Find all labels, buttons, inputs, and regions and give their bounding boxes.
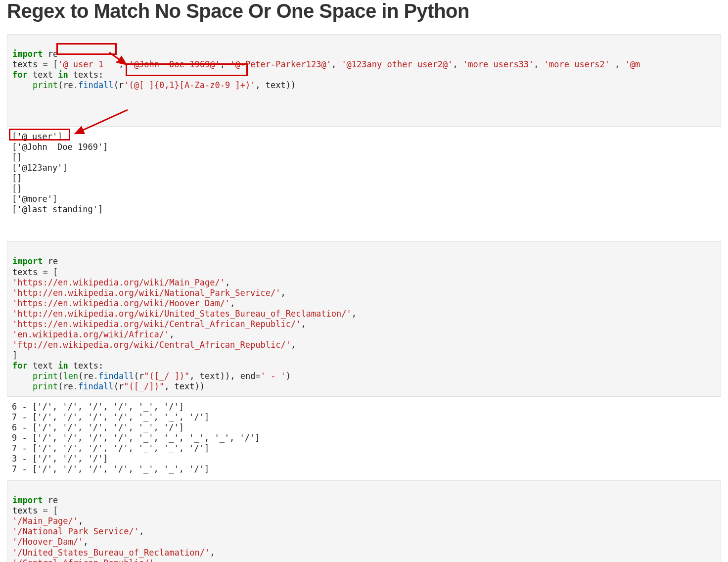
string-literal: 'https://en.wikipedia.org/wiki/Hoover_Da…	[12, 298, 230, 308]
output-text: ['@ user'] ['@John Doe 1969'] [] ['@123a…	[12, 132, 108, 215]
comma: ,	[230, 298, 235, 308]
fn-findall: findall	[78, 381, 114, 391]
regex-string: "([_/])"	[124, 381, 164, 391]
var-texts: texts	[12, 59, 43, 69]
string-literal: 'ftp://en.wikipedia.org/wiki/Central_Afr…	[12, 340, 291, 350]
string-literal: 'more users2'	[544, 59, 610, 69]
var-text: text	[28, 70, 58, 80]
paren: (r	[114, 80, 124, 90]
comma: ,	[610, 59, 625, 69]
regex-string: '(@[ ]{0,1}[A-Za-z0-9 ]+)'	[124, 80, 255, 90]
fn-findall: findall	[98, 371, 134, 381]
keyword-in: in	[58, 361, 68, 371]
output-block-2: 6 - ['/', '/', '/', '/', '_', '/'] 7 - […	[7, 399, 721, 481]
paren: (re	[58, 80, 73, 90]
comma: ,	[534, 59, 544, 69]
builtin-print: print	[33, 381, 58, 391]
string-literal: '@ user_1 '	[58, 59, 119, 69]
paren: , text))	[255, 80, 296, 90]
bracket: [	[48, 267, 58, 277]
string-literal: 'https://en.wikipedia.org/wiki/Central_A…	[12, 319, 301, 329]
fn-findall: findall	[78, 80, 114, 90]
string-literal: ' - '	[261, 371, 286, 381]
string-literal: 'more users33'	[463, 59, 534, 69]
module-re: re	[43, 49, 58, 59]
op-eq: =	[43, 59, 47, 69]
paren: (re	[78, 371, 93, 381]
comma: ,	[225, 278, 230, 287]
annotation-box-input	[56, 43, 117, 55]
output-block-1: ['@ user'] ['@John Doe 1969'] [] ['@123a…	[7, 129, 721, 242]
comma: ,	[331, 59, 341, 69]
keyword-for: for	[12, 361, 28, 371]
comma: ,	[78, 516, 83, 526]
string-literal: '/Central_African_Republic/'	[12, 558, 154, 562]
var-texts: texts	[12, 506, 43, 515]
var-text: text	[28, 361, 58, 371]
string-literal: '/United_States_Bureau_of_Reclamation/'	[12, 548, 210, 558]
op-dot: .	[93, 371, 98, 381]
code-block-2: import re texts = [ 'https://en.wikipedi…	[7, 241, 721, 396]
colon: texts:	[68, 70, 104, 80]
comma: ,	[453, 59, 463, 69]
module-re: re	[43, 256, 58, 266]
comma: ,	[352, 309, 357, 319]
comma: ,	[83, 537, 88, 547]
module-re: re	[43, 495, 58, 505]
comma: ,	[280, 288, 285, 298]
keyword-import: import	[12, 256, 43, 266]
builtin-len: len	[63, 371, 78, 381]
keyword-in: in	[58, 70, 68, 80]
string-literal: '/National_Park_Service/'	[12, 526, 139, 536]
string-literal: 'https://en.wikipedia.org/wiki/Main_Page…	[12, 278, 225, 287]
regex-string: "([_/ ])"	[144, 371, 189, 381]
comma: ,	[139, 526, 144, 536]
paren: , text))	[164, 381, 205, 391]
keyword-import: import	[12, 49, 43, 59]
indent	[12, 80, 33, 90]
indent	[12, 371, 33, 381]
keyword-for: for	[12, 70, 28, 80]
var-texts: texts	[12, 267, 43, 277]
output-text: 6 - ['/', '/', '/', '/', '_', '/'] 7 - […	[12, 402, 260, 474]
string-literal: 'http://en.wikipedia.org/wiki/United_Sta…	[12, 309, 352, 319]
comma: ,	[301, 319, 306, 329]
comma: ,	[169, 329, 174, 339]
paren: (r	[134, 371, 144, 381]
string-literal: '/Main_Page/'	[12, 516, 78, 526]
comma: ,	[291, 340, 296, 350]
op-eq: =	[255, 371, 260, 381]
op-eq: =	[43, 267, 47, 277]
string-literal: '@m	[625, 59, 640, 69]
string-literal: '@123any_other_user2@'	[341, 59, 453, 69]
paren: (re	[58, 381, 73, 391]
paren: (	[58, 371, 63, 381]
string-literal: '/Hoover_Dam/'	[12, 537, 83, 547]
code-block-1: import re texts = ['@ user_1 ', '@John D…	[7, 34, 721, 127]
page-title: Regex to Match No Space Or One Space in …	[7, 0, 721, 22]
builtin-print: print	[33, 80, 58, 90]
builtin-print: print	[33, 371, 58, 381]
colon: texts:	[68, 361, 104, 371]
bracket: ]	[12, 350, 17, 360]
paren: )	[286, 371, 291, 381]
op-dot: .	[73, 381, 78, 391]
op-eq: =	[43, 506, 47, 515]
string-literal: '@John Doe 1969@'	[129, 59, 220, 69]
comma: ,	[119, 59, 129, 69]
keyword-import: import	[12, 495, 43, 505]
indent	[12, 381, 33, 391]
paren: (r	[114, 381, 124, 391]
comma: ,	[220, 59, 230, 69]
string-literal: 'http://en.wikipedia.org/wiki/National_P…	[12, 288, 280, 298]
code-block-3: import re texts = [ '/Main_Page/', '/Nat…	[7, 480, 721, 562]
string-literal: 'en.wikipedia.org/wiki/Africa/'	[12, 329, 169, 339]
bracket: [	[48, 506, 58, 515]
args: , text)), end	[189, 371, 255, 381]
comma: ,	[210, 548, 215, 558]
op-dot: .	[73, 80, 78, 90]
string-literal: '@-Peter-Parker123@'	[230, 59, 331, 69]
bracket: [	[48, 59, 58, 69]
